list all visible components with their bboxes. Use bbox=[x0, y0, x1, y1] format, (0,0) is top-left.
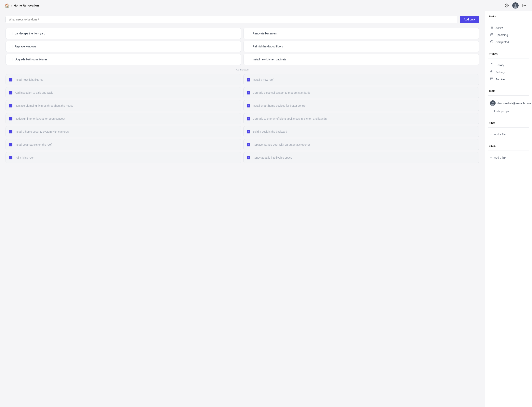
add-file-label: Add a file bbox=[494, 133, 506, 136]
project-section-title: Project bbox=[488, 52, 529, 55]
task-checkbox-checked[interactable] bbox=[247, 117, 250, 120]
task-label: Renovate basement bbox=[253, 32, 277, 35]
task-label: Install new kitchen cabinets bbox=[253, 58, 286, 61]
add-file-item[interactable]: + Add a file bbox=[488, 131, 529, 138]
task-checkbox[interactable] bbox=[247, 45, 250, 48]
logout-icon-btn[interactable] bbox=[521, 2, 527, 9]
completed-task-grid: Install new light fixtures Install a new… bbox=[6, 74, 479, 163]
home-icon[interactable]: 🏠 bbox=[5, 3, 10, 8]
sidebar-item-history[interactable]: History bbox=[488, 62, 529, 69]
task-label-completed: Replace plumbing fixtures throughout the… bbox=[15, 104, 73, 107]
task-label-completed: Install a new roof bbox=[253, 78, 274, 81]
sidebar-item-archive[interactable]: Archive bbox=[488, 76, 529, 83]
sidebar-item-upcoming[interactable]: Upcoming bbox=[488, 31, 529, 39]
task-checkbox-checked[interactable] bbox=[9, 130, 12, 133]
task-card-completed[interactable]: Upgrade to energy-efficient appliances i… bbox=[243, 113, 479, 124]
task-checkbox-checked[interactable] bbox=[247, 156, 250, 159]
svg-rect-11 bbox=[491, 34, 493, 36]
user-avatar[interactable] bbox=[512, 2, 519, 9]
add-task-button[interactable]: Add task bbox=[460, 16, 479, 23]
task-checkbox-checked[interactable] bbox=[9, 91, 12, 94]
task-card[interactable]: Refinish hardwood floors bbox=[243, 41, 479, 52]
task-label-completed: Paint living room bbox=[15, 156, 35, 159]
task-checkbox-checked[interactable] bbox=[247, 130, 250, 133]
project-divider2 bbox=[488, 58, 529, 58]
team-email: dzaporozhets@example.com bbox=[498, 102, 531, 105]
task-card-completed[interactable]: Install solar panels on the roof bbox=[6, 139, 241, 150]
task-card-completed[interactable]: Replace garage door with an automatic op… bbox=[243, 139, 479, 150]
svg-point-16 bbox=[492, 71, 492, 72]
task-card-completed[interactable]: Install a home security system with came… bbox=[6, 126, 241, 137]
task-input[interactable] bbox=[6, 16, 457, 23]
active-icon bbox=[490, 26, 494, 30]
team-avatar bbox=[490, 100, 496, 106]
task-card-completed[interactable]: Install smart home devices for better co… bbox=[243, 100, 479, 111]
breadcrumb-separator: / bbox=[11, 4, 12, 7]
add-file-icon: + bbox=[490, 132, 492, 136]
task-card[interactable]: Landscape the front yard bbox=[6, 28, 241, 39]
completed-divider: Completed bbox=[6, 68, 479, 71]
links-section-title: Links bbox=[488, 144, 529, 147]
task-label-completed: Renovate attic into livable space bbox=[253, 156, 292, 159]
task-card-completed[interactable]: Renovate attic into livable space bbox=[243, 152, 479, 163]
settings-icon-btn[interactable] bbox=[504, 2, 510, 9]
task-card[interactable]: Upgrade bathroom fixtures bbox=[6, 54, 241, 65]
sidebar-label-history: History bbox=[496, 63, 504, 67]
add-link-item[interactable]: + Add a link bbox=[488, 154, 529, 161]
task-checkbox-checked[interactable] bbox=[247, 143, 250, 146]
svg-point-3 bbox=[514, 6, 517, 9]
history-icon bbox=[490, 63, 494, 67]
sidebar-item-completed[interactable]: Completed bbox=[488, 39, 529, 46]
task-checkbox[interactable] bbox=[9, 58, 12, 61]
task-checkbox-checked[interactable] bbox=[9, 156, 12, 159]
topbar: 🏠 / Home Renovation bbox=[0, 0, 532, 11]
team-divider2 bbox=[488, 95, 529, 96]
team-member: dzaporozhets@example.com bbox=[488, 99, 529, 108]
sidebar-item-settings[interactable]: Settings bbox=[488, 69, 529, 76]
task-checkbox[interactable] bbox=[247, 58, 250, 61]
invite-plus-icon: + bbox=[490, 109, 492, 113]
task-checkbox-checked[interactable] bbox=[9, 78, 12, 81]
sidebar-item-active[interactable]: Active bbox=[488, 24, 529, 31]
task-card[interactable]: Replace windows bbox=[6, 41, 241, 52]
task-label-completed: Install a home security system with came… bbox=[15, 130, 69, 133]
task-checkbox-checked[interactable] bbox=[247, 91, 250, 94]
task-card-completed[interactable]: Build a deck in the backyard bbox=[243, 126, 479, 137]
invite-people-item[interactable]: + Invite people bbox=[488, 108, 529, 115]
task-card-completed[interactable]: Install new light fixtures bbox=[6, 74, 241, 85]
sidebar-label-archive: Archive bbox=[496, 78, 505, 81]
task-checkbox-checked[interactable] bbox=[9, 104, 12, 108]
task-checkbox[interactable] bbox=[9, 45, 12, 48]
task-checkbox[interactable] bbox=[247, 32, 250, 35]
task-checkbox-checked[interactable] bbox=[9, 143, 12, 146]
task-label-completed: Redesign interior layout for open concep… bbox=[15, 117, 65, 120]
task-label-completed: Install new light fixtures bbox=[15, 78, 43, 81]
topbar-right bbox=[504, 2, 527, 9]
add-link-label: Add a link bbox=[494, 156, 506, 159]
task-checkbox-checked[interactable] bbox=[9, 117, 12, 120]
svg-point-2 bbox=[515, 4, 516, 6]
task-card-completed[interactable]: Upgrade electrical system to modern stan… bbox=[243, 87, 479, 98]
task-label: Refinish hardwood floors bbox=[253, 45, 283, 48]
task-checkbox[interactable] bbox=[9, 32, 12, 35]
task-card-completed[interactable]: Paint living room bbox=[6, 152, 241, 163]
task-card[interactable]: Renovate basement bbox=[243, 28, 479, 39]
task-card-completed[interactable]: Replace plumbing fixtures throughout the… bbox=[6, 100, 241, 111]
team-section-title: Team bbox=[488, 89, 529, 92]
project-divider bbox=[488, 49, 529, 49]
team-divider bbox=[488, 86, 529, 86]
task-checkbox-checked[interactable] bbox=[247, 104, 250, 108]
task-label: Landscape the front yard bbox=[15, 32, 45, 35]
sidebar: Tasks ActiveUpcomingCompleted Project Hi… bbox=[485, 11, 532, 407]
invite-people-label: Invite people bbox=[494, 110, 510, 113]
page-title: Home Renovation bbox=[14, 4, 39, 7]
task-card-completed[interactable]: Add insulation to attic and walls bbox=[6, 87, 241, 98]
task-label-completed: Upgrade to energy-efficient appliances i… bbox=[253, 117, 328, 120]
task-card-completed[interactable]: Install a new roof bbox=[243, 74, 479, 85]
task-label-completed: Install smart home devices for better co… bbox=[253, 104, 306, 107]
task-card[interactable]: Install new kitchen cabinets bbox=[243, 54, 479, 65]
task-card-completed[interactable]: Redesign interior layout for open concep… bbox=[6, 113, 241, 124]
main-content: Add task Landscape the front yard Renova… bbox=[0, 11, 485, 407]
task-checkbox-checked[interactable] bbox=[247, 78, 250, 81]
layout: Add task Landscape the front yard Renova… bbox=[0, 11, 532, 407]
